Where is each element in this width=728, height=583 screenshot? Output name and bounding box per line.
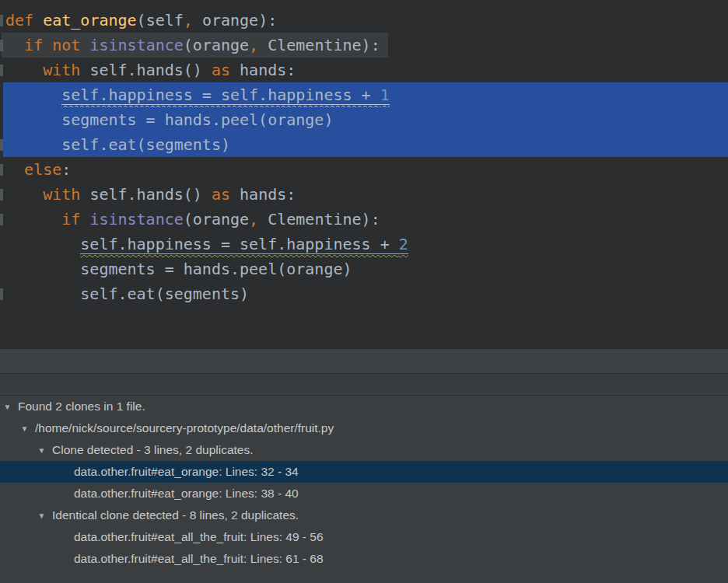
clone-underline: self.happiness = self.happiness + 2 [80, 235, 408, 254]
clone-location-row[interactable]: data.other.fruit#eat_orange: Lines: 32 -… [0, 461, 728, 483]
code-line-content: def eat_orange(self, orange): [5, 8, 277, 33]
expander-collapse-icon[interactable]: ▼ [37, 511, 47, 520]
code-line[interactable]: self.eat(segments) [0, 281, 728, 306]
code-line[interactable]: if not isinstance(orange, Clementine): [0, 33, 728, 58]
clone-location-row[interactable]: data.other.fruit#eat_all_the_fruit: Line… [0, 526, 728, 548]
clone-results-tree: ▼Found 2 clones in 1 file.▼/home/nick/so… [0, 396, 728, 582]
code-line-content: else: [5, 157, 71, 182]
gutter-edge-mark [0, 189, 3, 201]
indent [5, 185, 43, 204]
code-token: (self [137, 11, 184, 30]
code-tokens: segments = hands.peel(orange) [61, 110, 333, 129]
indent [5, 260, 80, 278]
code-line[interactable]: with self.hands() as hands: [0, 182, 728, 207]
code-line[interactable]: segments = hands.peel(orange) [0, 257, 728, 281]
gutter-edge-mark [0, 288, 3, 300]
clone-group-row[interactable]: ▼Clone detected - 3 lines, 2 duplicates. [0, 439, 728, 461]
gutter-edge-mark [0, 15, 3, 26]
code-line[interactable]: self.happiness = self.happiness + 2 [0, 232, 728, 257]
duplicated-fragment-highlight: if not isinstance(orange, Clementine): [2, 33, 388, 58]
code-token: Clementine): [258, 210, 380, 229]
code-token: orange): [193, 11, 277, 30]
gutter-edge-mark [0, 139, 3, 151]
code-token: as [212, 185, 240, 204]
code-line-content: self.happiness = self.happiness + 1 [5, 82, 390, 107]
expander-collapse-icon[interactable]: ▼ [37, 446, 47, 455]
code-token: if [61, 210, 89, 229]
code-token: self.happiness = self.happiness + [61, 86, 380, 104]
code-token: hands: [240, 61, 296, 79]
indent [5, 235, 80, 253]
expander-collapse-icon[interactable]: ▼ [2, 403, 12, 411]
code-token: segments = hands.peel(orange) [61, 110, 333, 129]
code-token: , [184, 11, 193, 30]
code-token: , [249, 210, 258, 229]
tool-window-header [0, 374, 728, 396]
code-line-content: if isinstance(orange, Clementine): [5, 207, 380, 232]
code-tokens: with self.hands() as hands: [43, 185, 296, 204]
indent [5, 210, 61, 229]
code-token: self.eat(segments) [61, 135, 230, 154]
code-tokens: self.eat(segments) [61, 135, 230, 154]
tree-row-label: /home/nick/source/sourcery-prototype/dat… [35, 421, 334, 435]
code-line-content: segments = hands.peel(orange) [5, 107, 333, 132]
clone-group-row[interactable]: ▼/home/nick/source/sourcery-prototype/da… [0, 417, 728, 439]
code-token: with [43, 185, 89, 204]
clone-location-row[interactable]: data.other.fruit#eat_orange: Lines: 38 -… [0, 483, 728, 504]
tree-row-label: Identical clone detected - 8 lines, 2 du… [52, 508, 299, 522]
code-line[interactable]: def eat_orange(self, orange): [0, 8, 728, 33]
code-token: segments = hands.peel(orange) [80, 260, 352, 278]
code-tokens: else: [24, 160, 71, 179]
code-line-content: self.happiness = self.happiness + 2 [5, 232, 408, 257]
code-line[interactable]: with self.hands() as hands: [0, 58, 728, 82]
code-token: Clementine): [258, 36, 380, 54]
clone-group-row[interactable]: ▼Identical clone detected - 8 lines, 2 d… [0, 504, 728, 526]
code-line[interactable]: self.happiness = self.happiness + 1 [3, 82, 728, 107]
code-token: isinstance [89, 36, 183, 54]
tree-row-label: data.other.fruit#eat_orange: Lines: 32 -… [74, 465, 299, 479]
tree-row-label: data.other.fruit#eat_all_the_fruit: Line… [74, 530, 324, 544]
gutter-edge-mark [0, 214, 3, 225]
expander-collapse-icon[interactable]: ▼ [19, 424, 30, 433]
indent [5, 86, 61, 104]
tree-row-label: Found 2 clones in 1 file. [18, 400, 145, 414]
code-token: 1 [380, 86, 390, 104]
code-token: : [61, 160, 71, 179]
code-line[interactable]: segments = hands.peel(orange) [3, 107, 728, 132]
code-line-content: self.eat(segments) [5, 132, 230, 157]
indent [5, 160, 24, 179]
code-line-content: with self.hands() as hands: [5, 182, 296, 207]
code-token: self.hands() [89, 61, 212, 79]
indent [5, 36, 24, 54]
gutter-edge-mark [0, 65, 3, 76]
code-token: else [24, 160, 61, 179]
code-token: self.hands() [89, 185, 212, 204]
clone-location-row[interactable]: data.other.fruit#eat_all_the_fruit: Line… [0, 548, 728, 570]
code-line-content: with self.hands() as hands: [5, 58, 296, 82]
code-token: (orange [184, 36, 249, 54]
code-tokens: with self.hands() as hands: [43, 61, 296, 79]
gutter-edge-mark [0, 164, 3, 176]
tree-row-label: Clone detected - 3 lines, 2 duplicates. [52, 443, 254, 457]
ide-window: { "colors": { "editor_bg": "#2b2d2e", "t… [0, 0, 728, 583]
code-token: with [43, 61, 89, 79]
tree-row-label: data.other.fruit#eat_orange: Lines: 38 -… [74, 487, 299, 501]
code-token: self.happiness = self.happiness + [80, 235, 398, 253]
code-editor[interactable]: def eat_orange(self, orange): if not isi… [0, 0, 728, 348]
code-token: if not [24, 36, 89, 54]
code-token: (orange [184, 210, 249, 229]
indent [5, 135, 61, 154]
code-tokens: if not isinstance(orange, Clementine): [24, 36, 380, 54]
indent [5, 61, 43, 79]
code-line-content: segments = hands.peel(orange) [5, 257, 352, 281]
clone-underline: self.happiness = self.happiness + 1 [61, 86, 389, 105]
tree-row-label: data.other.fruit#eat_all_the_fruit: Line… [74, 552, 324, 566]
indent [5, 110, 61, 129]
code-tokens: if isinstance(orange, Clementine): [61, 210, 380, 229]
code-line[interactable]: self.eat(segments) [3, 132, 728, 157]
clone-group-row[interactable]: ▼Found 2 clones in 1 file. [0, 396, 728, 417]
code-line[interactable]: if isinstance(orange, Clementine): [0, 207, 728, 232]
code-line[interactable]: else: [0, 157, 728, 182]
code-token: , [249, 36, 258, 54]
code-token: hands: [240, 185, 296, 204]
